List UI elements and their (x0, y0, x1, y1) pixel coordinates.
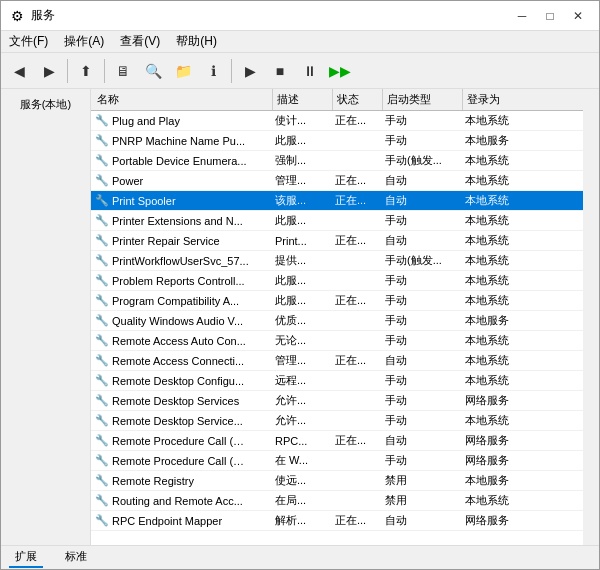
cell-login: 本地系统 (461, 231, 541, 250)
table-row[interactable]: 🔧PrintWorkflowUserSvc_57...提供...手动(触发...… (91, 251, 583, 271)
stop-button[interactable]: ■ (266, 57, 294, 85)
tab-standard[interactable]: 标准 (59, 547, 93, 568)
table-row[interactable]: 🔧Remote Access Auto Con...无论...手动本地系统 (91, 331, 583, 351)
service-icon: 🔧 (95, 514, 109, 528)
table-row[interactable]: 🔧RPC Endpoint Mapper解析...正在...自动网络服务 (91, 511, 583, 531)
cell-status (331, 331, 381, 350)
close-button[interactable]: ✕ (565, 5, 591, 27)
window-title: 服务 (31, 7, 55, 24)
table-body[interactable]: 🔧Plug and Play使计...正在...手动本地系统🔧PNRP Mach… (91, 111, 583, 545)
service-name: Quality Windows Audio V... (112, 315, 243, 327)
toolbar-separator-2 (104, 59, 105, 83)
service-name: Remote Access Auto Con... (112, 335, 246, 347)
sidebar-label[interactable]: 服务(本地) (20, 97, 71, 112)
table-row[interactable]: 🔧Remote Desktop Service...允许...手动本地系统 (91, 411, 583, 431)
col-header-status[interactable]: 状态 (333, 89, 383, 110)
minimize-button[interactable]: ─ (509, 5, 535, 27)
service-name: Power (112, 175, 143, 187)
table-row[interactable]: 🔧Quality Windows Audio V...优质...手动本地服务 (91, 311, 583, 331)
table-row[interactable]: 🔧Power管理...正在...自动本地系统 (91, 171, 583, 191)
table-row[interactable]: 🔧Printer Extensions and N...此服...手动本地系统 (91, 211, 583, 231)
play-button[interactable]: ▶ (236, 57, 264, 85)
toolbar: ◀ ▶ ⬆ 🖥 🔍 📁 ℹ ▶ ■ ⏸ ▶▶ (1, 53, 599, 89)
table-row[interactable]: 🔧Remote Procedure Call (…在 W...手动网络服务 (91, 451, 583, 471)
col-header-login[interactable]: 登录为 (463, 89, 543, 110)
table-row[interactable]: 🔧Remote Desktop Services允许...手动网络服务 (91, 391, 583, 411)
pause-button[interactable]: ⏸ (296, 57, 324, 85)
service-icon: 🔧 (95, 134, 109, 148)
cell-desc: 管理... (271, 171, 331, 190)
col-header-name[interactable]: 名称 (93, 89, 273, 110)
table-row[interactable]: 🔧Remote Registry使远...禁用本地服务 (91, 471, 583, 491)
cell-login: 本地系统 (461, 191, 541, 210)
table-row[interactable]: 🔧Plug and Play使计...正在...手动本地系统 (91, 111, 583, 131)
cell-desc: 优质... (271, 311, 331, 330)
cell-status (331, 411, 381, 430)
scrollbar[interactable] (583, 89, 599, 545)
cell-startup: 自动 (381, 431, 461, 450)
restart-button[interactable]: ▶▶ (326, 57, 354, 85)
table-row[interactable]: 🔧Remote Desktop Configu...远程...手动本地系统 (91, 371, 583, 391)
menu-item-a[interactable]: 操作(A) (56, 31, 112, 52)
table-row[interactable]: 🔧Problem Reports Controll...此服...手动本地系统 (91, 271, 583, 291)
cell-status: 正在... (331, 431, 381, 450)
service-icon: 🔧 (95, 494, 109, 508)
cell-login: 本地系统 (461, 251, 541, 270)
table-row[interactable]: 🔧Portable Device Enumera...强制...手动(触发...… (91, 151, 583, 171)
cell-name: 🔧Remote Procedure Call (… (91, 431, 271, 450)
col-header-startup[interactable]: 启动类型 (383, 89, 463, 110)
cell-desc: Print... (271, 231, 331, 250)
show-hide-button[interactable]: 🖥 (109, 57, 137, 85)
service-name: Remote Registry (112, 475, 194, 487)
cell-name: 🔧Remote Procedure Call (… (91, 451, 271, 470)
service-icon: 🔧 (95, 434, 109, 448)
service-icon: 🔧 (95, 174, 109, 188)
cell-startup: 自动 (381, 191, 461, 210)
cell-desc: 在局... (271, 491, 331, 510)
service-icon: 🔧 (95, 334, 109, 348)
cell-login: 本地系统 (461, 371, 541, 390)
service-icon: 🔧 (95, 394, 109, 408)
cell-status: 正在... (331, 351, 381, 370)
info-button[interactable]: ℹ (199, 57, 227, 85)
cell-login: 网络服务 (461, 451, 541, 470)
toolbar-separator-1 (67, 59, 68, 83)
cell-startup: 手动 (381, 131, 461, 150)
menu-item-v[interactable]: 查看(V) (112, 31, 168, 52)
table-row[interactable]: 🔧Program Compatibility A...此服...正在...手动本… (91, 291, 583, 311)
service-name: Remote Access Connecti... (112, 355, 244, 367)
cell-startup: 手动 (381, 411, 461, 430)
back-button[interactable]: ◀ (5, 57, 33, 85)
cell-status (331, 391, 381, 410)
col-header-desc[interactable]: 描述 (273, 89, 333, 110)
table-row[interactable]: 🔧Remote Access Connecti...管理...正在...自动本地… (91, 351, 583, 371)
cell-desc: RPC... (271, 431, 331, 450)
cell-status: 正在... (331, 191, 381, 210)
search-button[interactable]: 🔍 (139, 57, 167, 85)
service-name: PrintWorkflowUserSvc_57... (112, 255, 249, 267)
up-button[interactable]: ⬆ (72, 57, 100, 85)
maximize-button[interactable]: □ (537, 5, 563, 27)
tab-expand[interactable]: 扩展 (9, 547, 43, 568)
cell-status: 正在... (331, 171, 381, 190)
table-row[interactable]: 🔧Print Spooler该服...正在...自动本地系统 (91, 191, 583, 211)
menu-item-f[interactable]: 文件(F) (1, 31, 56, 52)
cell-login: 本地系统 (461, 271, 541, 290)
title-controls: ─ □ ✕ (509, 5, 591, 27)
folder-button[interactable]: 📁 (169, 57, 197, 85)
cell-startup: 自动 (381, 511, 461, 530)
menu-item-h[interactable]: 帮助(H) (168, 31, 225, 52)
content-area: 服务(本地) 名称 描述 状态 启动类型 登录为 (1, 89, 599, 545)
table-row[interactable]: 🔧Routing and Remote Acc...在局...禁用本地系统 (91, 491, 583, 511)
cell-name: 🔧RPC Endpoint Mapper (91, 511, 271, 530)
cell-startup: 手动 (381, 371, 461, 390)
cell-login: 网络服务 (461, 391, 541, 410)
table-row[interactable]: 🔧Remote Procedure Call (…RPC...正在...自动网络… (91, 431, 583, 451)
cell-name: 🔧Remote Desktop Services (91, 391, 271, 410)
table-row[interactable]: 🔧Printer Repair ServicePrint...正在...自动本地… (91, 231, 583, 251)
table-row[interactable]: 🔧PNRP Machine Name Pu...此服...手动本地服务 (91, 131, 583, 151)
service-name: Remote Desktop Service... (112, 415, 243, 427)
forward-button[interactable]: ▶ (35, 57, 63, 85)
sidebar: 服务(本地) (1, 89, 91, 545)
cell-startup: 自动 (381, 351, 461, 370)
